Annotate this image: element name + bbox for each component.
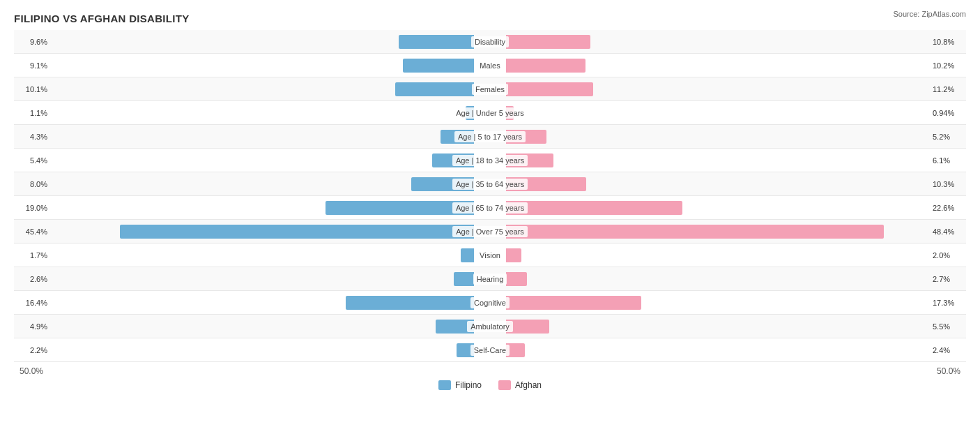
row-label: Ambulatory — [467, 321, 513, 332]
left-value: 9.1% — [14, 61, 50, 70]
left-value: 10.1% — [14, 85, 50, 93]
bar-left — [395, 82, 474, 96]
left-value: 9.6% — [14, 38, 50, 46]
center-label-wrap: Females — [474, 84, 506, 95]
right-bar-area — [506, 30, 930, 53]
left-section: 9.6% — [14, 30, 474, 53]
left-section: 5.4% — [14, 149, 474, 172]
bar-right — [506, 296, 641, 310]
row-inner: 9.6% Disability 10.8% — [14, 30, 966, 53]
right-bar-area — [506, 196, 930, 219]
right-section: 2.0% — [506, 244, 966, 267]
right-section: 22.6% — [506, 196, 966, 219]
center-label-wrap: Disability — [474, 36, 506, 47]
right-bar-area — [506, 125, 930, 148]
left-value: 4.3% — [14, 133, 50, 141]
chart-title: FILIPINO VS AFGHAN DISABILITY — [14, 13, 966, 24]
right-value: 0.94% — [930, 109, 966, 117]
right-section: 11.2% — [506, 77, 966, 100]
left-value: 45.4% — [14, 227, 50, 236]
source-text: Source: ZipAtlas.com — [893, 10, 966, 18]
legend-afghan-box — [498, 380, 511, 390]
left-bar-area — [50, 172, 474, 195]
center-label-wrap: Age | 5 to 17 years — [474, 131, 506, 142]
bar-left — [461, 248, 474, 262]
bar-right — [506, 59, 585, 73]
table-row: 2.6% Hearing 2.7% — [14, 267, 966, 291]
right-value: 22.6% — [930, 204, 966, 212]
table-row: 9.1% Males 10.2% — [14, 54, 966, 77]
bar-right — [506, 35, 590, 49]
axis-left: 50.0% — [14, 366, 49, 376]
left-section: 9.1% — [14, 54, 474, 77]
axis-labels: 50.0% 50.0% — [14, 366, 966, 376]
table-row: 10.1% Females 11.2% — [14, 77, 966, 101]
table-row: 9.6% Disability 10.8% — [14, 30, 966, 54]
bar-right — [506, 82, 593, 96]
table-row: 8.0% Age | 35 to 64 years 10.3% — [14, 172, 966, 196]
center-label-wrap: Age | 18 to 34 years — [474, 155, 506, 166]
center-label-wrap: Hearing — [474, 274, 506, 285]
row-label: Disability — [471, 36, 509, 47]
left-bar-area — [50, 291, 474, 314]
row-inner: 10.1% Females 11.2% — [14, 77, 966, 100]
left-value: 2.6% — [14, 275, 50, 283]
right-section: 5.2% — [506, 125, 966, 148]
table-row: 1.1% Age | Under 5 years 0.94% — [14, 101, 966, 125]
legend-afghan: Afghan — [498, 380, 542, 390]
right-bar-area — [506, 220, 930, 243]
left-section: 16.4% — [14, 291, 474, 314]
table-row: 45.4% Age | Over 75 years 48.4% — [14, 220, 966, 244]
bar-left — [403, 59, 474, 73]
left-value: 8.0% — [14, 180, 50, 188]
legend-filipino-box — [438, 380, 451, 390]
left-section: 2.6% — [14, 267, 474, 290]
left-value: 1.7% — [14, 251, 50, 260]
right-bar-area — [506, 244, 930, 267]
right-bar-area — [506, 338, 930, 361]
right-value: 48.4% — [930, 227, 966, 236]
chart-area: 9.6% Disability 10.8% 9.1% — [14, 30, 966, 362]
bar-right — [506, 201, 682, 215]
table-row: 1.7% Vision 2.0% — [14, 244, 966, 267]
bar-right — [506, 248, 521, 262]
row-label: Hearing — [473, 274, 507, 285]
right-value: 5.5% — [930, 322, 966, 331]
bar-right — [506, 272, 527, 286]
row-label: Cognitive — [470, 297, 510, 308]
right-value: 10.8% — [930, 38, 966, 46]
right-bar-area — [506, 291, 930, 314]
row-inner: 4.9% Ambulatory 5.5% — [14, 315, 966, 338]
row-inner: 1.7% Vision 2.0% — [14, 244, 966, 267]
left-value: 1.1% — [14, 109, 50, 117]
table-row: 4.3% Age | 5 to 17 years 5.2% — [14, 125, 966, 149]
left-bar-area — [50, 125, 474, 148]
right-value: 17.3% — [930, 299, 966, 307]
right-bar-area — [506, 77, 930, 100]
row-label: Vision — [476, 250, 504, 261]
table-row: 19.0% Age | 65 to 74 years 22.6% — [14, 196, 966, 220]
left-section: 4.9% — [14, 315, 474, 338]
row-label: Age | 18 to 34 years — [452, 155, 528, 166]
table-row: 16.4% Cognitive 17.3% — [14, 291, 966, 315]
left-bar-area — [50, 267, 474, 290]
right-section: 48.4% — [506, 220, 966, 243]
row-label: Age | 35 to 64 years — [452, 179, 528, 190]
left-section: 1.7% — [14, 244, 474, 267]
left-section: 45.4% — [14, 220, 474, 243]
right-value: 5.2% — [930, 133, 966, 141]
row-inner: 19.0% Age | 65 to 74 years 22.6% — [14, 196, 966, 219]
row-inner: 2.6% Hearing 2.7% — [14, 267, 966, 290]
left-bar-area — [50, 338, 474, 361]
row-label: Age | Over 75 years — [452, 226, 528, 237]
center-label-wrap: Age | 35 to 64 years — [474, 179, 506, 190]
right-section: 0.94% — [506, 101, 966, 124]
center-label-wrap: Cognitive — [474, 297, 506, 308]
right-section: 17.3% — [506, 291, 966, 314]
left-section: 4.3% — [14, 125, 474, 148]
row-label: Males — [476, 60, 503, 71]
table-row: 4.9% Ambulatory 5.5% — [14, 315, 966, 338]
right-value: 6.1% — [930, 156, 966, 165]
row-inner: 9.1% Males 10.2% — [14, 54, 966, 77]
left-value: 4.9% — [14, 322, 50, 331]
